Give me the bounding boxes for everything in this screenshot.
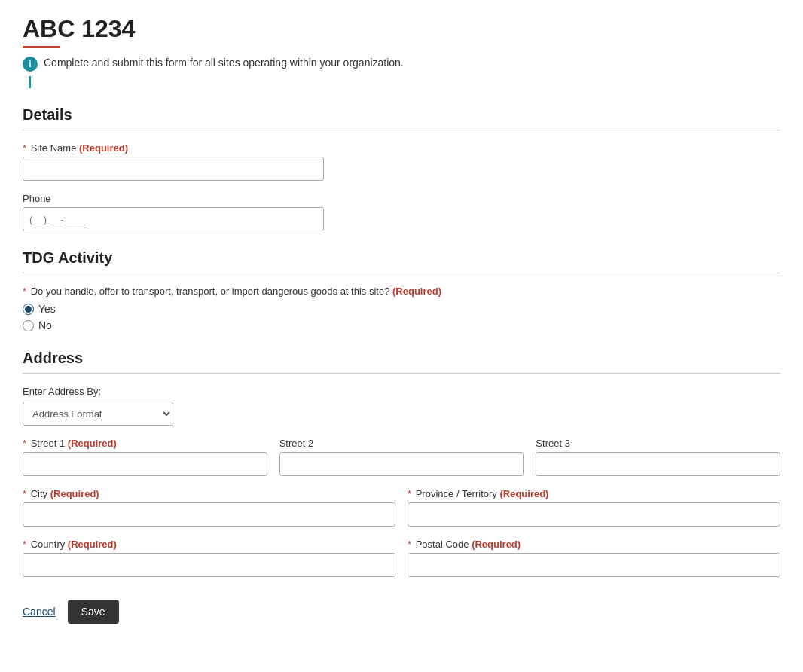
info-icon: i [23, 57, 38, 72]
site-name-asterisk: * [23, 142, 26, 154]
tdg-radio-group: Yes No [23, 303, 780, 331]
details-heading: Details [23, 106, 780, 124]
details-section: Details * Site Name (Required) Phone [23, 106, 780, 231]
street1-group: * Street 1 (Required) [23, 438, 267, 476]
city-province-row: * City (Required) * Province / Territory… [23, 488, 780, 527]
tdg-heading: TDG Activity [23, 249, 780, 267]
tdg-asterisk: * [23, 286, 26, 297]
street1-required: (Required) [68, 438, 117, 449]
form-actions: Cancel Save [23, 600, 780, 624]
tdg-no-radio[interactable] [23, 320, 34, 331]
street3-group: Street 3 [536, 438, 780, 476]
country-input[interactable] [23, 553, 395, 577]
details-divider [23, 130, 780, 130]
street3-label: Street 3 [536, 438, 780, 449]
cancel-button[interactable]: Cancel [23, 606, 56, 618]
tdg-no-label[interactable]: No [38, 319, 52, 331]
province-required: (Required) [499, 488, 548, 499]
country-label: * Country (Required) [23, 539, 395, 550]
street-row: * Street 1 (Required) Street 2 Street 3 [23, 438, 780, 476]
enter-address-by-group: Enter Address By: Address Format [23, 386, 780, 426]
title-underline [23, 46, 60, 48]
street2-label: Street 2 [279, 438, 524, 449]
site-name-input[interactable] [23, 157, 324, 181]
vertical-accent-line [29, 76, 31, 88]
street1-input[interactable] [23, 452, 267, 476]
tdg-no-item[interactable]: No [23, 319, 780, 331]
address-format-select[interactable]: Address Format [23, 402, 173, 426]
tdg-yes-item[interactable]: Yes [23, 303, 780, 315]
enter-address-by-label: Enter Address By: [23, 386, 780, 397]
phone-input[interactable] [23, 207, 324, 231]
country-group: * Country (Required) [23, 539, 395, 577]
address-heading: Address [23, 350, 780, 367]
street2-input[interactable] [279, 452, 524, 476]
city-label: * City (Required) [23, 488, 395, 499]
postal-code-input[interactable] [408, 553, 780, 577]
province-input[interactable] [408, 502, 780, 527]
country-postal-row: * Country (Required) * Postal Code (Requ… [23, 539, 780, 577]
street1-label: * Street 1 (Required) [23, 438, 267, 449]
street2-group: Street 2 [279, 438, 524, 476]
tdg-yes-radio[interactable] [23, 304, 34, 315]
city-input[interactable] [23, 502, 395, 527]
info-message: Complete and submit this form for all si… [44, 56, 404, 71]
province-group: * Province / Territory (Required) [408, 488, 780, 527]
address-divider [23, 373, 780, 374]
tdg-yes-label[interactable]: Yes [38, 303, 56, 315]
address-section: Address Enter Address By: Address Format… [23, 350, 780, 577]
country-required: (Required) [68, 539, 117, 550]
city-required: (Required) [50, 488, 99, 499]
postal-code-label: * Postal Code (Required) [408, 539, 780, 550]
tdg-section: TDG Activity * Do you handle, offer to t… [23, 249, 780, 331]
site-name-required: (Required) [79, 142, 128, 154]
postal-code-required: (Required) [472, 539, 521, 550]
tdg-question: * Do you handle, offer to transport, tra… [23, 286, 780, 297]
postal-code-group: * Postal Code (Required) [408, 539, 780, 577]
info-bar: i Complete and submit this form for all … [23, 56, 780, 72]
phone-label: Phone [23, 193, 324, 204]
city-group: * City (Required) [23, 488, 395, 527]
tdg-required: (Required) [392, 286, 441, 297]
site-name-group: * Site Name (Required) [23, 142, 324, 181]
phone-group: Phone [23, 193, 324, 231]
street3-input[interactable] [536, 452, 780, 476]
province-label: * Province / Territory (Required) [408, 488, 780, 499]
site-name-label: * Site Name (Required) [23, 142, 324, 154]
save-button[interactable]: Save [68, 600, 119, 624]
page-title: ABC 1234 [23, 15, 780, 43]
tdg-divider [23, 273, 780, 273]
